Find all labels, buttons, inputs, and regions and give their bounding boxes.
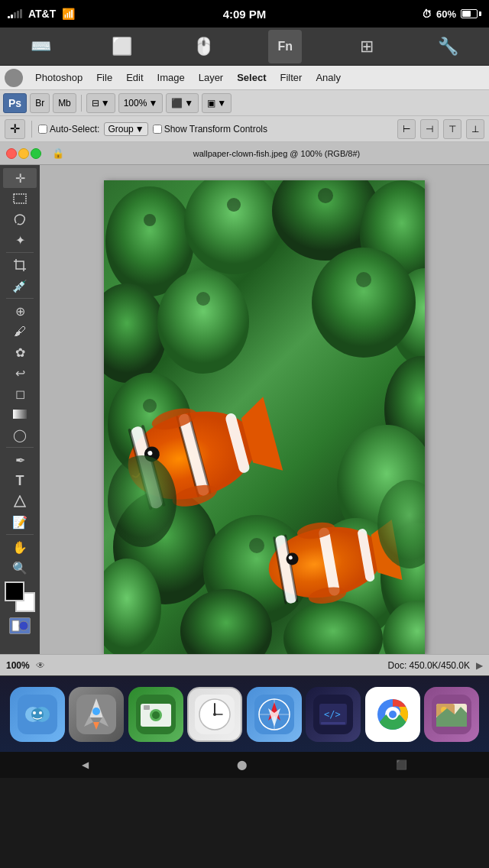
marquee-tool[interactable] — [3, 189, 37, 209]
document-title: wallpaper-clown-fish.jpeg @ 100% (RGB/8#… — [64, 149, 489, 158]
pen-tool[interactable]: ✒ — [3, 450, 37, 470]
autoselect-checkbox[interactable] — [38, 125, 47, 134]
layout-button[interactable]: ⊟ ▼ — [86, 93, 115, 113]
battery-icon — [461, 9, 481, 18]
align-btn-3[interactable]: ⊤ — [443, 119, 461, 139]
group-dropdown-arrow: ▼ — [135, 124, 144, 134]
svg-point-63 — [33, 711, 36, 714]
align-btn-1[interactable]: ⊢ — [397, 119, 416, 139]
settings-icon[interactable]: 🔧 — [432, 30, 465, 63]
menu-layer[interactable]: Layer — [193, 70, 230, 85]
dock-iphoto[interactable] — [128, 687, 183, 742]
home-button[interactable]: ⬤ — [229, 756, 254, 773]
svg-point-67 — [92, 708, 100, 715]
color-swatches[interactable] — [5, 581, 35, 615]
maximize-button[interactable] — [31, 148, 41, 159]
menu-filter[interactable]: Filter — [274, 70, 309, 85]
dodge-tool[interactable]: ◯ — [3, 425, 37, 445]
window-controls — [0, 148, 47, 159]
align-btn-2[interactable]: ⊣ — [420, 119, 439, 139]
hand-tool[interactable]: ✋ — [3, 537, 37, 557]
mode1-arrow: ▼ — [184, 98, 193, 108]
grid-icon[interactable]: ⊞ — [350, 30, 384, 63]
status-arrow-icon[interactable]: ▶ — [476, 660, 483, 671]
dock-chrome[interactable] — [365, 687, 420, 742]
eraser-tool[interactable]: ◻ — [3, 384, 37, 403]
tool-sep-2 — [6, 298, 34, 299]
menu-edit[interactable]: Edit — [120, 70, 149, 85]
group-dropdown[interactable]: Group ▼ — [104, 122, 147, 136]
system-taskbar: ◀ ⬤ ⬛ — [0, 752, 489, 778]
signal-bars — [8, 9, 22, 18]
dock-finder[interactable] — [10, 687, 65, 742]
move-tool[interactable]: ✛ — [3, 168, 37, 188]
dock: </> — [0, 675, 489, 752]
icon-bar: ⌨️ ⬜ 🖱️ Fn ⊞ 🔧 — [0, 28, 489, 66]
time-display: 4:09 PM — [223, 8, 267, 21]
transform-checkbox[interactable] — [153, 125, 162, 134]
dock-rocket[interactable] — [69, 687, 124, 742]
close-button[interactable] — [6, 148, 17, 159]
zoom-tool[interactable]: 🔍 — [3, 558, 37, 578]
foreground-color[interactable] — [5, 581, 24, 601]
menu-image[interactable]: Image — [151, 70, 191, 85]
bottom-status-bar: 100% 👁 Doc: 450.0K/450.0K ▶ — [0, 654, 489, 675]
ps-button[interactable]: Ps — [3, 93, 27, 113]
gradient-tool[interactable] — [3, 404, 37, 424]
align-btn-4[interactable]: ⊥ — [466, 119, 484, 139]
shape-tool[interactable] — [3, 491, 37, 511]
menu-file[interactable]: File — [90, 70, 118, 85]
eyedropper-tool[interactable]: 💉 — [3, 276, 37, 296]
svg-point-13 — [312, 248, 416, 358]
multitask-button[interactable]: ⬛ — [388, 756, 415, 773]
photos-icon — [432, 695, 471, 734]
status-bar: AT&T 📶 4:09 PM ⏱ 60% — [0, 0, 489, 28]
back-button[interactable]: ◀ — [74, 756, 96, 773]
tab-bar: 🔒 wallpaper-clown-fish.jpeg @ 100% (RGB/… — [0, 142, 489, 165]
dock-clock[interactable] — [187, 687, 242, 742]
keyboard-icon[interactable]: ⌨️ — [24, 30, 57, 63]
menu-select[interactable]: Select — [231, 70, 272, 85]
apple-logo-icon — [3, 67, 24, 89]
dock-xcode[interactable]: </> — [306, 687, 361, 742]
safari-icon — [254, 695, 294, 734]
zoom-value: 100% — [124, 98, 147, 108]
transform-checkbox-group: Show Transform Controls — [153, 124, 267, 134]
mode1-icon: ⬛ — [171, 98, 183, 108]
window-icon[interactable]: ⬜ — [105, 30, 139, 63]
mode-button-2[interactable]: ▣ ▼ — [202, 93, 232, 113]
status-right: ⏱ 60% — [422, 8, 481, 20]
svg-rect-1 — [14, 194, 26, 203]
clone-tool[interactable]: ✿ — [3, 342, 37, 362]
bridge-button[interactable]: Br — [30, 93, 50, 113]
mini-button[interactable]: Mb — [53, 93, 76, 113]
svg-point-5 — [19, 621, 28, 630]
menu-analyze[interactable]: Analy — [309, 70, 347, 85]
svg-point-0 — [5, 69, 23, 87]
text-tool[interactable]: T — [3, 471, 37, 491]
quick-mask-button[interactable] — [9, 617, 31, 634]
lasso-tool[interactable] — [3, 209, 37, 229]
dock-photos[interactable] — [424, 687, 479, 742]
status-eye-icon[interactable]: 👁 — [36, 660, 45, 671]
minimize-button[interactable] — [18, 148, 29, 159]
brush-tool[interactable]: 🖌 — [3, 322, 37, 342]
heal-tool[interactable]: ⊕ — [3, 301, 37, 321]
layout-icon: ⊟ — [92, 98, 99, 108]
magic-wand-tool[interactable]: ✦ — [3, 230, 37, 250]
move-tool-btn[interactable]: ✛ — [5, 119, 25, 139]
rocket-icon — [76, 695, 116, 734]
clock-icon — [195, 695, 235, 734]
zoom-dropdown[interactable]: 100% ▼ — [118, 93, 164, 113]
mouse-icon[interactable]: 🖱️ — [187, 30, 221, 63]
notes-tool[interactable]: 📝 — [3, 512, 37, 532]
svg-point-30 — [143, 399, 157, 413]
fn-button[interactable]: Fn — [268, 30, 302, 63]
crop-tool[interactable] — [3, 255, 37, 275]
tool-sep-4 — [6, 534, 34, 535]
mode-button-1[interactable]: ⬛ ▼ — [166, 93, 199, 113]
menu-photoshop[interactable]: Photoshop — [29, 70, 89, 85]
dock-safari[interactable] — [247, 687, 302, 742]
group-value: Group — [108, 124, 133, 134]
history-tool[interactable]: ↩ — [3, 363, 37, 383]
